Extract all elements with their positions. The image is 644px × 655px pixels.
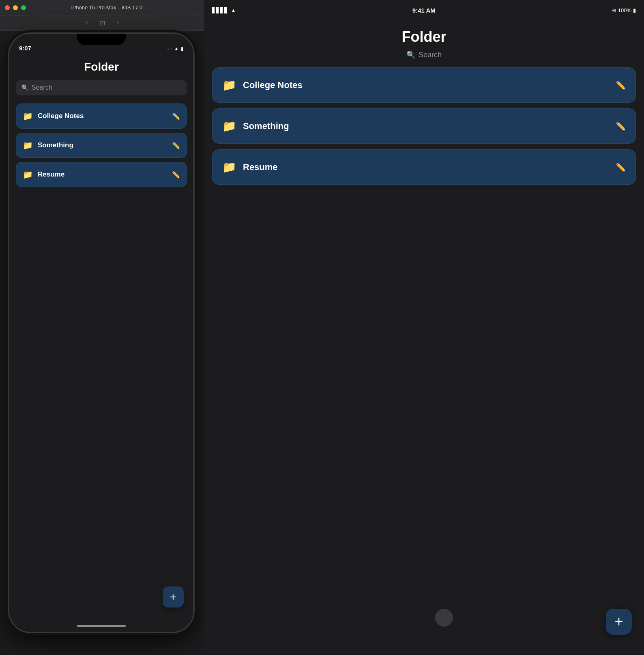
iphone-fab-icon: + <box>170 591 176 603</box>
ipad-content: Folder 🔍 Search 📁 College Notes ✏️ 📁 Som… <box>204 20 644 655</box>
ipad-panel: ▋▋▋▋ ▲ 9:41 AM ⊕ 100% ▮ Folder 🔍 Search … <box>204 0 644 655</box>
ipad-folder-list: 📁 College Notes ✏️ 📁 Something ✏️ 📁 Resu… <box>212 66 636 186</box>
signal-bars-icon: ▋▋▋▋ <box>212 7 228 13</box>
iphone-folder-list: 📁 College Notes ✏️ 📁 Something ✏️ 📁 Resu… <box>9 99 193 192</box>
iphone-search-bar[interactable]: 🔍 Search <box>16 80 187 95</box>
ipad-folder-item-something[interactable]: 📁 Something ✏️ <box>212 108 636 144</box>
iphone-frame: 9:07 ···· ▲ ▮ Folder 🔍 Search 📁 College … <box>8 32 195 633</box>
edit-icon-something[interactable]: ✏️ <box>172 142 180 149</box>
ipad-folder-icon-something: 📁 <box>222 119 236 133</box>
iphone-header: Folder <box>9 54 193 77</box>
ipad-folder-name-resume: Resume <box>243 162 278 172</box>
battery-icon: ▮ <box>181 46 184 52</box>
iphone-folder-item-resume[interactable]: 📁 Resume ✏️ <box>16 162 187 187</box>
ipad-search-icon: 🔍 <box>406 50 415 59</box>
ipad-folder-icon-college: 📁 <box>222 78 236 92</box>
ipad-fab-icon: + <box>614 614 623 629</box>
ipad-edit-icon-college[interactable]: ✏️ <box>616 80 626 90</box>
ipad-folder-item-resume[interactable]: 📁 Resume ✏️ <box>212 149 636 185</box>
ipad-edit-icon-something[interactable]: ✏️ <box>616 121 626 131</box>
ipad-header: Folder <box>212 20 636 50</box>
ipad-edit-icon-resume[interactable]: ✏️ <box>616 162 626 172</box>
iphone-content: Folder 🔍 Search 📁 College Notes ✏️ 📁 Som… <box>9 54 193 632</box>
ipad-folder-name-something: Something <box>243 121 289 131</box>
iphone-title: Folder <box>17 60 185 73</box>
iphone-search-placeholder: Search <box>32 84 52 91</box>
iphone-folder-left-resume: 📁 Resume <box>23 170 64 179</box>
edit-icon-resume[interactable]: ✏️ <box>172 171 180 179</box>
ipad-search-placeholder: Search <box>419 51 442 59</box>
ipad-status-bar: ▋▋▋▋ ▲ 9:41 AM ⊕ 100% ▮ <box>204 0 644 20</box>
iphone-folder-name-resume: Resume <box>38 170 64 179</box>
wifi-icon: ▲ <box>174 46 179 52</box>
ipad-folder-name-college: College Notes <box>243 80 303 90</box>
ipad-fab[interactable]: + <box>606 609 632 635</box>
ipad-battery: ⊕ 100% ▮ <box>612 7 636 13</box>
screenshot-icon[interactable]: ⊡ <box>100 19 105 27</box>
ipad-wifi-icon: ▲ <box>231 7 236 13</box>
ipad-folder-left-something: 📁 Something <box>222 119 289 133</box>
iphone-status-icons: ···· ▲ ▮ <box>167 46 184 52</box>
folder-icon-college: 📁 <box>23 111 33 121</box>
location-icon: ⊕ <box>612 7 616 13</box>
battery-percent: 100% <box>618 7 631 13</box>
dots-icon: ···· <box>167 46 172 52</box>
iphone-folder-left-something: 📁 Something <box>23 140 73 150</box>
close-button[interactable] <box>5 5 10 10</box>
ipad-folder-icon-resume: 📁 <box>222 160 236 174</box>
folder-icon-resume: 📁 <box>23 170 33 179</box>
ipad-folder-item-college[interactable]: 📁 College Notes ✏️ <box>212 67 636 103</box>
iphone-home-indicator <box>77 625 126 627</box>
iphone-folder-item-something[interactable]: 📁 Something ✏️ <box>16 133 187 158</box>
share-icon[interactable]: ↑ <box>116 19 120 27</box>
window-title: iPhone 15 Pro Max – iOS 17.0 <box>15 4 199 11</box>
iphone-folder-left-college: 📁 College Notes <box>23 111 84 121</box>
ipad-title: Folder <box>212 28 636 45</box>
folder-icon-something: 📁 <box>23 140 33 150</box>
iphone-fab[interactable]: + <box>163 586 184 608</box>
home-icon[interactable]: ⌂ <box>84 19 88 27</box>
search-icon: 🔍 <box>21 84 28 91</box>
ipad-folder-left-college: 📁 College Notes <box>222 78 303 92</box>
ipad-time: 9:41 AM <box>412 7 436 14</box>
mac-titlebar: iPhone 15 Pro Max – iOS 17.0 <box>0 0 204 15</box>
iphone-time: 9:07 <box>19 45 31 52</box>
mac-toolbar: ⌂ ⊡ ↑ <box>0 15 204 31</box>
ipad-home-button[interactable] <box>435 609 453 627</box>
iphone-folder-name-something: Something <box>38 141 73 149</box>
iphone-folder-item-college[interactable]: 📁 College Notes ✏️ <box>16 103 187 129</box>
battery-bar-icon: ▮ <box>633 7 636 13</box>
ipad-folder-left-resume: 📁 Resume <box>222 160 278 174</box>
iphone-folder-name-college: College Notes <box>38 112 84 120</box>
ipad-signal: ▋▋▋▋ ▲ <box>212 7 236 13</box>
ipad-search-bar[interactable]: 🔍 Search <box>212 50 636 59</box>
iphone-notch <box>77 34 126 45</box>
edit-icon-college[interactable]: ✏️ <box>172 112 180 120</box>
